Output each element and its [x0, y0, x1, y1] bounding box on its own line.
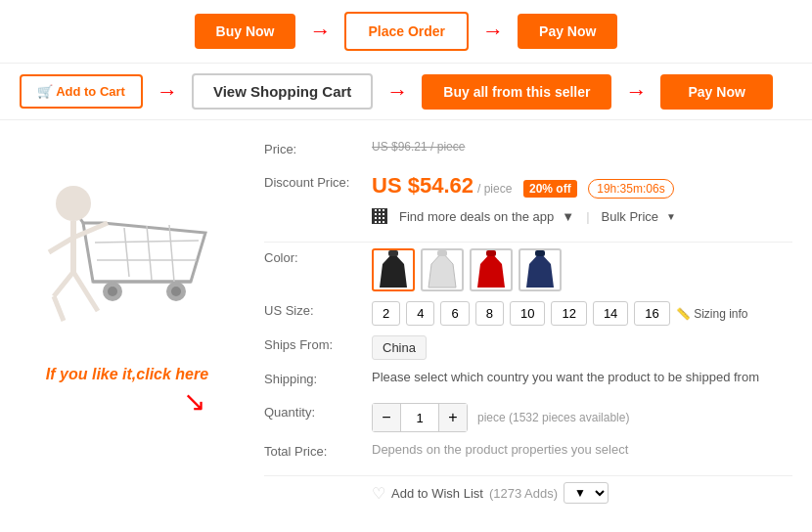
size-2[interactable]: 2	[372, 301, 400, 326]
shipping-label: Shipping:	[264, 370, 372, 386]
click-here-text: If you like it,click here	[20, 365, 235, 385]
svg-point-5	[171, 287, 181, 296]
wishlist-row: ♡ Add to Wish List (1273 Adds) ▼	[264, 482, 792, 506]
svg-rect-21	[437, 250, 447, 256]
quantity-control: − +	[372, 403, 468, 432]
add-to-cart-button[interactable]: 🛒 Add to Cart	[20, 74, 143, 109]
size-16[interactable]: 16	[634, 301, 669, 326]
size-12[interactable]: 12	[551, 301, 586, 326]
svg-line-17	[54, 296, 64, 321]
color-swatches	[372, 248, 562, 291]
arrow-4: →	[386, 79, 408, 105]
pay-now-cart-button[interactable]: Pay Now	[660, 74, 772, 110]
arrow-2: →	[482, 19, 504, 44]
quantity-row: Quantity: − + piece (1532 pieces availab…	[264, 403, 792, 432]
curved-arrow-icon: ↘	[20, 385, 205, 418]
svg-line-6	[124, 228, 129, 277]
color-label: Color:	[264, 248, 372, 265]
left-panel: If you like it,click here ↘	[0, 130, 254, 525]
shipping-row: Shipping: Please select which country yo…	[264, 370, 792, 393]
cart-figure-svg	[24, 164, 230, 350]
deals-row: Find more deals on the app ▼ | Bulk Pric…	[264, 208, 792, 232]
buy-now-button[interactable]: Buy Now	[195, 14, 296, 49]
arrow-1: →	[309, 19, 331, 44]
color-row: Color:	[264, 248, 792, 291]
ships-from-label: Ships From:	[264, 335, 372, 352]
discount-label: Discount Price:	[264, 173, 372, 190]
qr-icon	[372, 208, 387, 224]
color-swatch-navy[interactable]	[519, 248, 562, 291]
size-8[interactable]: 8	[475, 301, 504, 326]
wishlist-count: (1273 Adds)	[489, 486, 558, 501]
discount-price-row: Discount Price: US $54.62/ piece 20% off…	[264, 173, 792, 199]
main-content: If you like it,click here ↘ Price: US $9…	[0, 120, 812, 532]
deals-area: Find more deals on the app ▼ | Bulk Pric…	[372, 208, 676, 224]
svg-rect-23	[486, 250, 496, 256]
svg-marker-20	[429, 252, 456, 288]
pay-now-top-button[interactable]: Pay Now	[518, 14, 617, 49]
top-buttons-bar: Buy Now → Place Order → Pay Now	[0, 0, 812, 64]
total-price-label: Total Price:	[264, 442, 372, 459]
svg-line-15	[73, 272, 98, 311]
deals-text[interactable]: Find more deals on the app	[399, 209, 554, 224]
quantity-label: Quantity:	[264, 403, 372, 420]
quantity-decrease-button[interactable]: −	[373, 404, 400, 431]
price-per: / piece	[477, 182, 512, 196]
deals-dropdown-icon[interactable]: ▼	[562, 209, 574, 224]
discount-price-area: US $54.62/ piece 20% off 19h:35m:06s	[372, 173, 674, 199]
color-swatch-red[interactable]	[470, 248, 513, 291]
total-price-value: Depends on the product properties you se…	[372, 442, 628, 457]
size-row: US Size: 2 4 6 8 10 12 14 16 📏 Sizing in…	[264, 301, 792, 326]
place-order-button[interactable]: Place Order	[344, 12, 469, 51]
total-price-row: Total Price: Depends on the product prop…	[264, 442, 792, 466]
quantity-available: piece (1532 pieces available)	[477, 411, 629, 424]
heart-icon: ♡	[372, 484, 385, 503]
color-swatch-black[interactable]	[372, 248, 415, 291]
bulk-price-link[interactable]: Bulk Price	[602, 209, 659, 224]
svg-line-7	[147, 226, 152, 280]
svg-line-9	[95, 241, 199, 243]
sizing-info-link[interactable]: 📏 Sizing info	[676, 307, 748, 321]
discount-price: US $54.62	[372, 173, 474, 198]
countdown-timer: 19h:35m:06s	[588, 179, 673, 199]
quantity-area: − + piece (1532 pieces available)	[372, 403, 629, 432]
size-6[interactable]: 6	[440, 301, 469, 326]
ships-from-value[interactable]: China	[372, 335, 427, 360]
ships-from-row: Ships From: China	[264, 335, 792, 360]
size-4[interactable]: 4	[406, 301, 434, 326]
price-row: Price: US $96.21 / piece	[264, 140, 792, 163]
svg-marker-24	[526, 252, 554, 288]
cart-image	[20, 159, 235, 355]
svg-line-14	[49, 238, 73, 252]
arrow-5: →	[625, 79, 647, 105]
right-panel: Price: US $96.21 / piece Discount Price:…	[254, 130, 812, 525]
svg-line-13	[73, 223, 108, 238]
buy-all-from-seller-button[interactable]: Buy all from this seller	[422, 74, 611, 110]
svg-marker-22	[477, 252, 505, 288]
svg-point-4	[108, 287, 117, 296]
svg-rect-19	[388, 250, 398, 256]
size-label: US Size:	[264, 301, 372, 318]
original-price: US $96.21 / piece	[372, 140, 465, 154]
svg-line-8	[169, 225, 174, 282]
svg-line-16	[54, 272, 73, 296]
size-14[interactable]: 14	[593, 301, 628, 326]
wishlist-dropdown[interactable]: ▼	[564, 482, 609, 504]
svg-rect-25	[535, 250, 545, 256]
price-label: Price:	[264, 140, 372, 156]
quantity-increase-button[interactable]: +	[439, 404, 467, 431]
size-10[interactable]: 10	[510, 301, 545, 326]
deals-spacer	[264, 208, 372, 210]
svg-point-11	[56, 186, 91, 221]
svg-marker-18	[380, 252, 407, 288]
bulk-price-arrow[interactable]: ▼	[666, 211, 676, 222]
wishlist-link[interactable]: Add to Wish List	[391, 486, 483, 501]
wishlist-spacer	[264, 482, 372, 484]
wishlist-area: ♡ Add to Wish List (1273 Adds) ▼	[372, 482, 609, 504]
view-shopping-cart-button[interactable]: View Shopping Cart	[192, 73, 373, 110]
color-swatch-white[interactable]	[421, 248, 464, 291]
discount-badge: 20% off	[523, 180, 577, 198]
arrow-3: →	[157, 79, 178, 105]
quantity-input[interactable]	[400, 404, 439, 431]
cart-bar: 🛒 Add to Cart → View Shopping Cart → Buy…	[0, 64, 812, 120]
